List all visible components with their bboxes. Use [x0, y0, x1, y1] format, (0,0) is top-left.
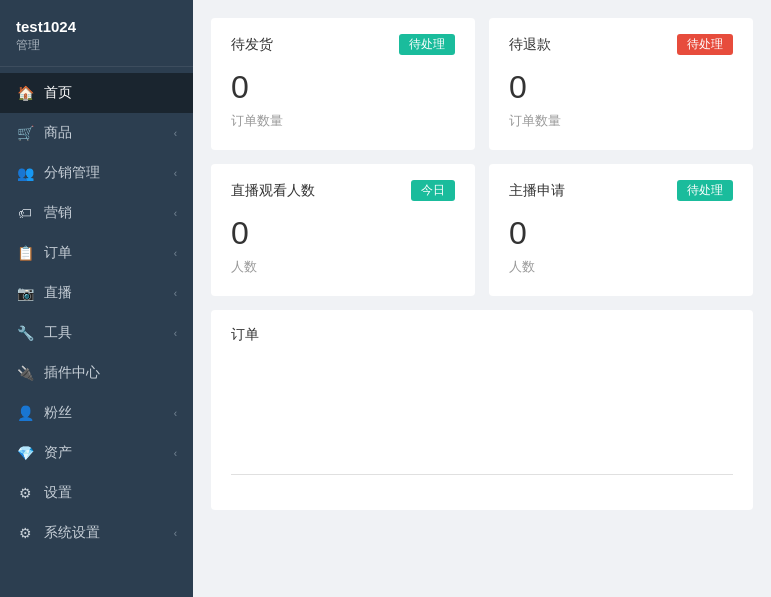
badge-live-viewers: 今日 — [411, 180, 455, 201]
cards-row-1: 待发货 待处理 0 订单数量 待退款 待处理 0 订单数量 — [211, 18, 753, 150]
sidebar-item-plugins[interactable]: 🔌插件中心 — [0, 353, 193, 393]
cards-row-2: 直播观看人数 今日 0 人数 主播申请 待处理 0 人数 — [211, 164, 753, 296]
badge-streamer-apply: 待处理 — [677, 180, 733, 201]
sidebar-item-system[interactable]: ⚙系统设置‹ — [0, 513, 193, 553]
sidebar-icon-live: 📷 — [16, 285, 34, 301]
card-pending-shipment: 待发货 待处理 0 订单数量 — [211, 18, 475, 150]
sidebar-item-orders[interactable]: 📋订单‹ — [0, 233, 193, 273]
sidebar-username: test1024 — [16, 18, 177, 35]
card-title-streamer-apply: 主播申请 — [509, 182, 565, 200]
sidebar-arrow-products: ‹ — [174, 128, 177, 139]
sidebar: test1024 管理 🏠首页🛒商品‹👥分销管理‹🏷营销‹📋订单‹📷直播‹🔧工具… — [0, 0, 193, 597]
sidebar-icon-settings: ⚙ — [16, 485, 34, 501]
card-number-streamer-apply: 0 — [509, 215, 733, 252]
sidebar-item-assets[interactable]: 💎资产‹ — [0, 433, 193, 473]
main-content: 待发货 待处理 0 订单数量 待退款 待处理 0 订单数量 直播观看人数 今日 … — [193, 0, 771, 597]
sidebar-item-distribution[interactable]: 👥分销管理‹ — [0, 153, 193, 193]
card-number-pending-shipment: 0 — [231, 69, 455, 106]
sidebar-icon-plugins: 🔌 — [16, 365, 34, 381]
sidebar-label-home: 首页 — [44, 84, 177, 102]
sidebar-arrow-live: ‹ — [174, 288, 177, 299]
card-title-pending-refund: 待退款 — [509, 36, 551, 54]
order-section-title: 订单 — [231, 326, 733, 344]
sidebar-label-fans: 粉丝 — [44, 404, 174, 422]
sidebar-icon-system: ⚙ — [16, 525, 34, 541]
sidebar-icon-orders: 📋 — [16, 245, 34, 261]
card-header-4: 主播申请 待处理 — [509, 180, 733, 201]
card-subtitle-live-viewers: 人数 — [231, 258, 455, 276]
sidebar-nav: 🏠首页🛒商品‹👥分销管理‹🏷营销‹📋订单‹📷直播‹🔧工具‹🔌插件中心👤粉丝‹💎资… — [0, 67, 193, 597]
sidebar-icon-marketing: 🏷 — [16, 205, 34, 221]
sidebar-label-products: 商品 — [44, 124, 174, 142]
sidebar-label-distribution: 分销管理 — [44, 164, 174, 182]
sidebar-arrow-orders: ‹ — [174, 248, 177, 259]
card-pending-refund: 待退款 待处理 0 订单数量 — [489, 18, 753, 150]
card-streamer-apply: 主播申请 待处理 0 人数 — [489, 164, 753, 296]
sidebar-label-assets: 资产 — [44, 444, 174, 462]
sidebar-item-tools[interactable]: 🔧工具‹ — [0, 313, 193, 353]
card-header-1: 待发货 待处理 — [231, 34, 455, 55]
sidebar-label-orders: 订单 — [44, 244, 174, 262]
card-number-pending-refund: 0 — [509, 69, 733, 106]
card-title-pending-shipment: 待发货 — [231, 36, 273, 54]
card-header-3: 直播观看人数 今日 — [231, 180, 455, 201]
card-subtitle-pending-shipment: 订单数量 — [231, 112, 455, 130]
sidebar-item-settings[interactable]: ⚙设置 — [0, 473, 193, 513]
sidebar-item-home[interactable]: 🏠首页 — [0, 73, 193, 113]
sidebar-icon-home: 🏠 — [16, 85, 34, 101]
sidebar-label-settings: 设置 — [44, 484, 177, 502]
order-section: 订单 — [211, 310, 753, 510]
sidebar-arrow-marketing: ‹ — [174, 208, 177, 219]
sidebar-item-live[interactable]: 📷直播‹ — [0, 273, 193, 313]
sidebar-icon-fans: 👤 — [16, 405, 34, 421]
badge-pending-shipment: 待处理 — [399, 34, 455, 55]
order-divider — [231, 474, 733, 475]
sidebar-arrow-distribution: ‹ — [174, 168, 177, 179]
card-live-viewers: 直播观看人数 今日 0 人数 — [211, 164, 475, 296]
badge-pending-refund: 待处理 — [677, 34, 733, 55]
sidebar-role: 管理 — [16, 37, 177, 54]
sidebar-label-tools: 工具 — [44, 324, 174, 342]
sidebar-arrow-assets: ‹ — [174, 448, 177, 459]
sidebar-user: test1024 管理 — [0, 0, 193, 67]
card-title-live-viewers: 直播观看人数 — [231, 182, 315, 200]
sidebar-icon-tools: 🔧 — [16, 325, 34, 341]
sidebar-arrow-tools: ‹ — [174, 328, 177, 339]
sidebar-label-marketing: 营销 — [44, 204, 174, 222]
sidebar-icon-products: 🛒 — [16, 125, 34, 141]
card-number-live-viewers: 0 — [231, 215, 455, 252]
sidebar-label-system: 系统设置 — [44, 524, 174, 542]
sidebar-label-live: 直播 — [44, 284, 174, 302]
sidebar-label-plugins: 插件中心 — [44, 364, 177, 382]
sidebar-arrow-fans: ‹ — [174, 408, 177, 419]
card-header-2: 待退款 待处理 — [509, 34, 733, 55]
sidebar-item-marketing[interactable]: 🏷营销‹ — [0, 193, 193, 233]
card-subtitle-streamer-apply: 人数 — [509, 258, 733, 276]
sidebar-item-fans[interactable]: 👤粉丝‹ — [0, 393, 193, 433]
sidebar-icon-distribution: 👥 — [16, 165, 34, 181]
sidebar-item-products[interactable]: 🛒商品‹ — [0, 113, 193, 153]
sidebar-icon-assets: 💎 — [16, 445, 34, 461]
card-subtitle-pending-refund: 订单数量 — [509, 112, 733, 130]
sidebar-arrow-system: ‹ — [174, 528, 177, 539]
